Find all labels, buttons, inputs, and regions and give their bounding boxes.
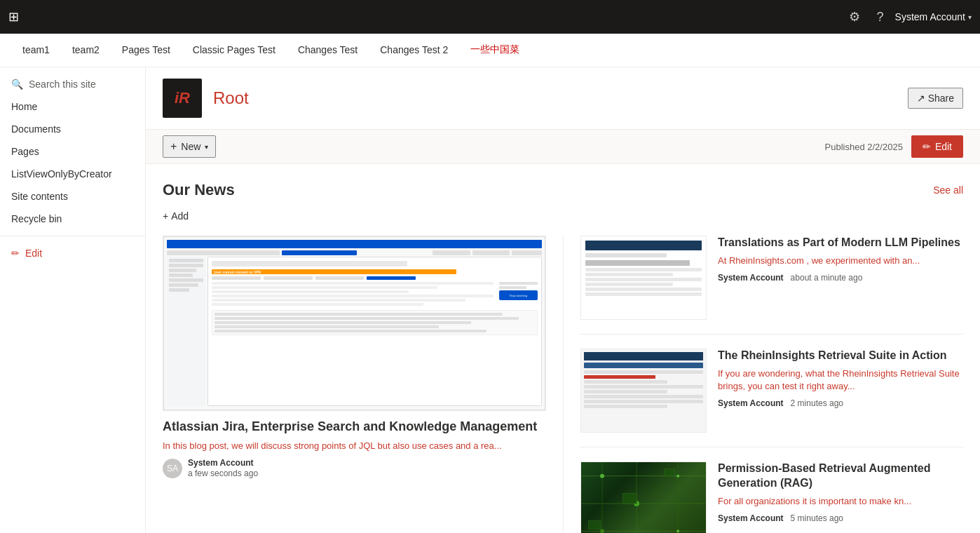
news-card-retrieval: The RheinInsights Retrieval Suite in Act… bbox=[580, 349, 963, 447]
search-icon: 🔍 bbox=[11, 79, 23, 90]
rag-time: 5 minutes ago bbox=[791, 513, 843, 523]
new-button[interactable]: + New ▾ bbox=[163, 135, 216, 158]
see-all-link[interactable]: See all bbox=[933, 184, 963, 196]
edit-label: Edit bbox=[25, 248, 42, 259]
rag-author: System Account bbox=[718, 513, 784, 523]
edit-pencil-icon: ✏ bbox=[11, 248, 20, 259]
news-card-rag: Permission-Based Retrieval Augmented Gen… bbox=[580, 461, 963, 533]
user-name: System Account bbox=[895, 11, 965, 22]
jira-article-excerpt: In this blog post, we will discuss stron… bbox=[163, 440, 546, 452]
share-icon: ↗ bbox=[917, 93, 925, 104]
sidebar-item-documents[interactable]: Documents bbox=[0, 118, 145, 140]
retrieval-title[interactable]: The RheinInsights Retrieval Suite in Act… bbox=[718, 349, 963, 363]
new-chevron-icon: ▾ bbox=[205, 143, 208, 151]
jira-article-meta: SA System Account a few seconds ago bbox=[163, 458, 546, 478]
subnav-item-changes-test-2[interactable]: Changes Test 2 bbox=[369, 34, 459, 67]
site-header: iR Root ↗ Share bbox=[146, 67, 980, 130]
svg-rect-12 bbox=[665, 469, 675, 476]
svg-point-10 bbox=[676, 529, 679, 532]
translations-time: about a minute ago bbox=[791, 273, 863, 283]
content-area: iR Root ↗ Share + New ▾ Published 2/2/20… bbox=[146, 67, 980, 533]
add-plus-icon: + bbox=[163, 210, 168, 222]
page-content: Our News See all + Add bbox=[146, 164, 980, 533]
site-title: Root bbox=[213, 88, 249, 108]
sidebar-item-listview[interactable]: ListViewOnlyByCreator bbox=[0, 163, 145, 185]
site-logo: iR bbox=[163, 79, 202, 118]
jira-thumbnail[interactable]: User cannot connect to VPN bbox=[163, 236, 546, 411]
translations-author: System Account bbox=[718, 273, 784, 283]
home-label: Home bbox=[11, 101, 37, 112]
retrieval-meta: System Account 2 minutes ago bbox=[718, 398, 963, 408]
published-date: Published 2/2/2025 bbox=[825, 142, 903, 152]
news-right-column: Translations as Part of Modern LLM Pipel… bbox=[563, 236, 963, 533]
our-news-section-header: Our News See all bbox=[163, 181, 963, 199]
retrieval-excerpt: If you are wondering, what the RheinInsi… bbox=[718, 367, 963, 393]
rag-meta: System Account 5 minutes ago bbox=[718, 513, 963, 523]
search-this-site[interactable]: 🔍 Search this site bbox=[0, 73, 145, 95]
translations-title[interactable]: Translations as Part of Modern LLM Pipel… bbox=[718, 236, 963, 250]
translations-meta: System Account about a minute ago bbox=[718, 273, 963, 283]
svg-point-6 bbox=[600, 474, 604, 478]
documents-label: Documents bbox=[11, 123, 61, 135]
user-account-menu[interactable]: System Account ▾ bbox=[895, 11, 972, 22]
translations-thumbnail[interactable] bbox=[580, 236, 707, 320]
jira-article-title[interactable]: Atlassian Jira, Enterprise Search and Kn… bbox=[163, 419, 546, 434]
pages-label: Pages bbox=[11, 146, 39, 157]
site-contents-label: Site contents bbox=[11, 191, 68, 202]
sidebar-item-site-contents[interactable]: Site contents bbox=[0, 185, 145, 208]
sub-navigation: team1 team2 Pages Test Classic Pages Tes… bbox=[0, 34, 980, 67]
waffle-icon[interactable]: ⊞ bbox=[8, 9, 19, 25]
author-avatar: SA bbox=[163, 459, 182, 478]
news-card-translations: Translations as Part of Modern LLM Pipel… bbox=[580, 236, 963, 335]
sidebar-item-edit[interactable]: ✏ Edit bbox=[0, 242, 145, 264]
svg-point-9 bbox=[600, 529, 604, 533]
edit-button-icon: ✏ bbox=[923, 141, 931, 152]
content-toolbar: + New ▾ Published 2/2/2025 ✏ Edit bbox=[146, 130, 980, 164]
retrieval-author: System Account bbox=[718, 398, 784, 408]
subnav-item-classic-pages-test[interactable]: Classic Pages Test bbox=[182, 34, 287, 67]
subnav-item-pages-test[interactable]: Pages Test bbox=[111, 34, 182, 67]
sidebar-item-recycle-bin[interactable]: Recycle bin bbox=[0, 208, 145, 230]
rag-thumbnail[interactable] bbox=[580, 461, 707, 533]
top-navigation-bar: ⊞ ⚙ ? System Account ▾ bbox=[0, 0, 980, 34]
settings-icon[interactable]: ⚙ bbox=[843, 4, 866, 30]
listview-label: ListViewOnlyByCreator bbox=[11, 168, 112, 180]
svg-rect-13 bbox=[588, 521, 601, 529]
retrieval-thumbnail[interactable] bbox=[580, 349, 707, 433]
translations-excerpt: At RheinInsights.com , we experimented w… bbox=[718, 255, 963, 267]
sidebar: 🔍 Search this site Home Documents Pages … bbox=[0, 67, 146, 533]
sidebar-divider bbox=[0, 236, 145, 236]
our-news-title: Our News bbox=[163, 181, 933, 199]
main-layout: 🔍 Search this site Home Documents Pages … bbox=[0, 67, 980, 533]
plus-icon: + bbox=[170, 140, 177, 153]
user-menu-chevron-icon: ▾ bbox=[968, 13, 972, 21]
post-time: a few seconds ago bbox=[188, 468, 258, 478]
rag-excerpt: For all organizations it is important to… bbox=[718, 495, 963, 508]
help-icon[interactable]: ? bbox=[871, 4, 890, 30]
sidebar-item-pages[interactable]: Pages bbox=[0, 140, 145, 163]
rag-title[interactable]: Permission-Based Retrieval Augmented Gen… bbox=[718, 461, 963, 491]
share-button[interactable]: ↗ Share bbox=[908, 88, 963, 109]
sidebar-item-home[interactable]: Home bbox=[0, 95, 145, 118]
news-left-column: User cannot connect to VPN bbox=[163, 236, 563, 533]
author-name: System Account bbox=[188, 458, 258, 468]
recycle-bin-label: Recycle bin bbox=[11, 213, 62, 224]
svg-rect-11 bbox=[623, 493, 637, 504]
svg-point-8 bbox=[676, 475, 679, 478]
subnav-item-team1[interactable]: team1 bbox=[11, 34, 61, 67]
retrieval-time: 2 minutes ago bbox=[791, 398, 843, 408]
subnav-item-changes-test[interactable]: Changes Test bbox=[287, 34, 369, 67]
add-news-button[interactable]: + Add bbox=[163, 210, 963, 222]
search-label: Search this site bbox=[29, 79, 96, 90]
news-card-jira: User cannot connect to VPN bbox=[163, 236, 546, 478]
edit-page-button[interactable]: ✏ Edit bbox=[911, 135, 963, 158]
subnav-item-team2[interactable]: team2 bbox=[61, 34, 111, 67]
news-grid: User cannot connect to VPN bbox=[163, 236, 963, 533]
subnav-item-chinese[interactable]: 一些中国菜 bbox=[459, 34, 531, 67]
